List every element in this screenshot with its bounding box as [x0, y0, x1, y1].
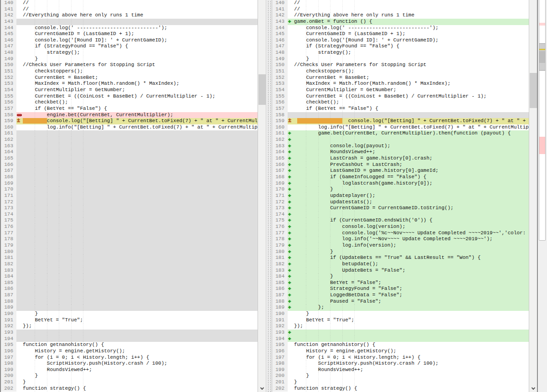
code-text[interactable]: //Checks User Parameters for Stopping Sc… [294, 62, 529, 68]
code-text[interactable] [23, 155, 258, 162]
code-text[interactable]: // [294, 6, 529, 13]
code-text[interactable]: CurrentBet = ((CoinLost + BaseBet) / Cur… [23, 93, 258, 100]
code-text[interactable] [23, 299, 258, 305]
code-text[interactable]: } [294, 379, 529, 386]
code-text[interactable]: // [294, 0, 529, 6]
code-text[interactable]: function strategy() { [23, 386, 258, 392]
code-text[interactable]: CurrentBet = BaseBet; [23, 75, 258, 81]
right-scrollbar-thumb[interactable] [530, 73, 537, 108]
code-text[interactable] [23, 168, 258, 174]
code-text[interactable]: }); [23, 323, 258, 330]
code-text[interactable] [23, 193, 258, 199]
code-text[interactable]: updateplayer(); [294, 193, 529, 199]
code-text[interactable]: strategy(); [23, 50, 258, 56]
left-pane-editor[interactable]: 140//141//142//Everything above here onl… [0, 0, 258, 392]
diff-mark-removed[interactable] [539, 23, 545, 26]
code-text[interactable] [23, 273, 258, 280]
code-text[interactable]: console.log('[Round ID]: ' + CurrentGame… [23, 37, 258, 44]
code-text[interactable]: console.log(' --------------------------… [294, 25, 529, 31]
code-text[interactable] [294, 112, 529, 119]
code-text[interactable]: if (UpdateBets == "True" && LastResult =… [294, 255, 529, 261]
code-text[interactable]: // [23, 6, 258, 13]
code-text[interactable]: CurrentBet = BaseBet; [294, 75, 529, 81]
code-text[interactable]: if (CurrentGameID.endsWith('0')) { [294, 217, 529, 224]
code-text[interactable]: History = engine.getHistory(); [23, 348, 258, 355]
code-text[interactable] [23, 286, 258, 292]
code-text[interactable] [23, 186, 258, 193]
diff-mark-removed[interactable] [539, 137, 545, 154]
code-text[interactable]: BetYet = "False"; [294, 280, 529, 286]
code-text[interactable]: game.onBet = function () { [294, 19, 529, 25]
current-view-indicator[interactable] [539, 43, 545, 71]
code-text[interactable]: CurrentMultiplier = GetNumber; [294, 87, 529, 93]
code-text[interactable]: StrategyFound = "False"; [294, 286, 529, 292]
code-text[interactable]: console.log('[Round ID]: ' + CurrentGame… [294, 37, 529, 44]
code-text[interactable]: BetYet = "True"; [23, 317, 258, 324]
code-text[interactable]: function strategy() { [294, 386, 529, 392]
code-text[interactable] [23, 261, 258, 268]
code-text[interactable]: strategy(); [294, 50, 529, 56]
code-text[interactable] [294, 211, 529, 218]
code-text[interactable]: RoundsViewed++; [23, 367, 258, 373]
code-text[interactable] [23, 280, 258, 286]
code-text[interactable]: UpdateBets = "False"; [294, 268, 529, 274]
code-text[interactable] [23, 249, 258, 255]
code-text[interactable]: //Checks User Parameters for Stopping Sc… [23, 62, 258, 68]
code-text[interactable]: log.info(version); [294, 242, 529, 249]
code-text[interactable]: log.info("[Betting] " + CurrentBet.toFix… [294, 124, 529, 131]
code-text[interactable]: checkbet(); [294, 99, 529, 106]
code-text[interactable]: ScriptHistory.push(History.crash / 100); [23, 361, 258, 367]
code-text[interactable]: MaxIndex = Math.floor(Math.random() * Ma… [294, 81, 529, 87]
code-text[interactable]: log.info("[Betting] " + CurrentBet.toFix… [23, 124, 258, 131]
code-text[interactable]: } [294, 273, 529, 280]
code-text[interactable]: console.log('%c~~Nov~~~~ Update Complete… [294, 230, 529, 237]
code-text[interactable]: console.log(' --------------------------… [23, 25, 258, 31]
code-text[interactable]: if (StrategyFound == "False") { [294, 43, 529, 50]
code-text[interactable] [23, 130, 258, 137]
code-text[interactable] [294, 336, 529, 342]
code-text[interactable] [23, 174, 258, 181]
code-text[interactable]: } [294, 373, 529, 379]
code-text[interactable]: CurrentGameID = CurrentGameID.toString()… [294, 205, 529, 211]
code-text[interactable] [23, 255, 258, 261]
diff-overview-track[interactable] [539, 0, 546, 241]
code-text[interactable]: ScriptHistory.push(History.crash / 100); [294, 361, 529, 367]
code-text[interactable] [23, 336, 258, 342]
code-text[interactable] [23, 149, 258, 155]
code-text[interactable]: for (i = 0; i < History.length; i++) { [23, 355, 258, 361]
code-text[interactable]: //Everything above here only runs 1 time [294, 12, 529, 19]
diff-navigation-bar[interactable] [537, 0, 547, 392]
code-text[interactable]: console.log(version); [294, 224, 529, 230]
code-text[interactable]: betupdate(); [294, 261, 529, 268]
left-pane-vertical-scrollbar[interactable] [258, 0, 266, 392]
code-text[interactable]: History = engine.getHistory(); [294, 348, 529, 355]
code-text[interactable]: loglastcrash(game.history[0]); [294, 181, 529, 187]
code-text[interactable] [23, 330, 258, 336]
code-text[interactable] [23, 181, 258, 187]
code-text[interactable] [23, 143, 258, 150]
code-text[interactable]: console.log("[Betting] " + CurrentBet.to… [294, 118, 529, 124]
code-text[interactable]: } [294, 249, 529, 255]
code-text[interactable] [23, 242, 258, 249]
code-text[interactable]: BetYet = "True"; [294, 317, 529, 324]
code-text[interactable]: function getnanohistory() { [294, 342, 529, 348]
code-text[interactable] [23, 162, 258, 168]
right-pane-vertical-scrollbar[interactable] [529, 0, 537, 392]
code-text[interactable]: PrevCashOut = LastCrash; [294, 162, 529, 168]
code-text[interactable]: console.log("[Betting] " + CurrentBet.to… [23, 118, 258, 124]
code-text[interactable]: for (i = 0; i < History.length; i++) { [294, 355, 529, 361]
left-scrollbar-thumb[interactable] [258, 74, 266, 105]
code-text[interactable]: } [294, 311, 529, 317]
code-text[interactable]: Paused = "False"; [294, 299, 529, 305]
code-text[interactable] [23, 211, 258, 218]
code-text[interactable]: RoundsViewed++; [294, 367, 529, 373]
code-text[interactable]: RoundsViewed++; [294, 149, 529, 155]
code-text[interactable]: } [23, 373, 258, 379]
code-text[interactable]: function getnanohistory() { [23, 342, 258, 348]
code-text[interactable]: if (BetYet == "False") { [294, 106, 529, 112]
code-text[interactable]: } [23, 311, 258, 317]
right-pane-editor[interactable]: 140//141//142//Everything above here onl… [272, 0, 529, 392]
code-text[interactable] [294, 330, 529, 336]
code-text[interactable]: } [23, 379, 258, 386]
code-text[interactable]: // [23, 0, 258, 6]
